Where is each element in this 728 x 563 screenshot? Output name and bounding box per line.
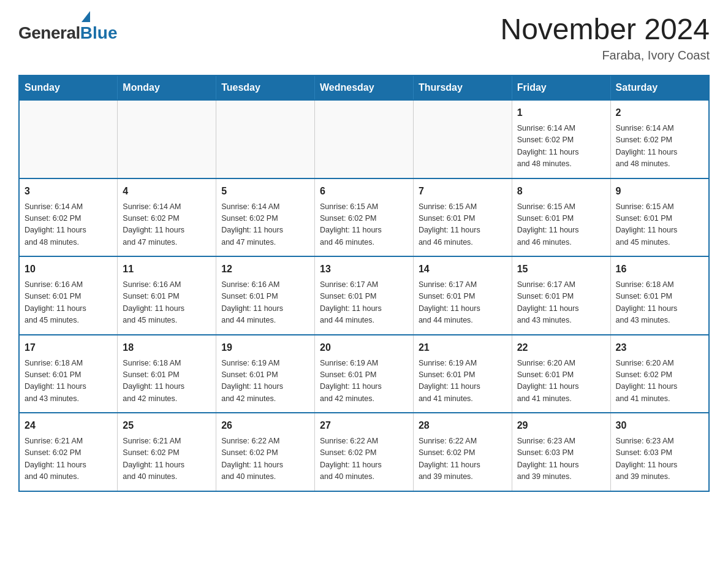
day-info: Sunrise: 6:15 AMSunset: 6:01 PMDaylight:… — [517, 201, 605, 249]
calendar-cell — [118, 100, 216, 178]
day-info: Sunrise: 6:15 AMSunset: 6:01 PMDaylight:… — [616, 201, 703, 249]
calendar-cell — [19, 100, 118, 178]
day-number: 9 — [616, 184, 703, 199]
logo-triangle-icon — [82, 11, 90, 22]
calendar-cell — [315, 100, 414, 178]
day-info: Sunrise: 6:15 AMSunset: 6:02 PMDaylight:… — [320, 201, 408, 249]
calendar-cell: 10Sunrise: 6:16 AMSunset: 6:01 PMDayligh… — [19, 256, 118, 335]
calendar-cell: 7Sunrise: 6:15 AMSunset: 6:01 PMDaylight… — [413, 178, 512, 257]
day-info: Sunrise: 6:15 AMSunset: 6:01 PMDaylight:… — [419, 201, 507, 249]
calendar-cell: 14Sunrise: 6:17 AMSunset: 6:01 PMDayligh… — [413, 256, 512, 335]
calendar-row: 24Sunrise: 6:21 AMSunset: 6:02 PMDayligh… — [19, 413, 709, 491]
title-section: November 2024 Faraba, Ivory Coast — [500, 12, 710, 63]
day-info: Sunrise: 6:17 AMSunset: 6:01 PMDaylight:… — [320, 279, 408, 327]
day-info: Sunrise: 6:16 AMSunset: 6:01 PMDaylight:… — [123, 279, 211, 327]
calendar-cell: 24Sunrise: 6:21 AMSunset: 6:02 PMDayligh… — [19, 413, 118, 491]
day-number: 11 — [123, 262, 211, 277]
calendar-cell: 2Sunrise: 6:14 AMSunset: 6:02 PMDaylight… — [610, 100, 709, 178]
header-thursday: Thursday — [413, 75, 512, 100]
day-number: 17 — [25, 340, 112, 355]
calendar-cell: 4Sunrise: 6:14 AMSunset: 6:02 PMDaylight… — [118, 178, 216, 257]
day-number: 4 — [123, 184, 211, 199]
calendar-cell: 13Sunrise: 6:17 AMSunset: 6:01 PMDayligh… — [315, 256, 414, 335]
logo: General Blue — [18, 12, 117, 43]
calendar-cell: 26Sunrise: 6:22 AMSunset: 6:02 PMDayligh… — [216, 413, 315, 491]
day-info: Sunrise: 6:20 AMSunset: 6:02 PMDaylight:… — [616, 358, 703, 405]
calendar-cell: 21Sunrise: 6:19 AMSunset: 6:01 PMDayligh… — [413, 335, 512, 413]
day-info: Sunrise: 6:22 AMSunset: 6:02 PMDaylight:… — [320, 435, 408, 483]
day-number: 15 — [517, 262, 605, 277]
calendar-cell: 29Sunrise: 6:23 AMSunset: 6:03 PMDayligh… — [512, 413, 610, 491]
calendar-cell: 27Sunrise: 6:22 AMSunset: 6:02 PMDayligh… — [315, 413, 414, 491]
header-friday: Friday — [512, 75, 610, 100]
location-label: Faraba, Ivory Coast — [500, 48, 710, 63]
calendar-row: 17Sunrise: 6:18 AMSunset: 6:01 PMDayligh… — [19, 335, 709, 413]
calendar-cell: 15Sunrise: 6:17 AMSunset: 6:01 PMDayligh… — [512, 256, 610, 335]
day-number: 6 — [320, 184, 408, 199]
calendar-cell: 9Sunrise: 6:15 AMSunset: 6:01 PMDaylight… — [610, 178, 709, 257]
calendar-cell: 20Sunrise: 6:19 AMSunset: 6:01 PMDayligh… — [315, 335, 414, 413]
day-info: Sunrise: 6:19 AMSunset: 6:01 PMDaylight:… — [221, 358, 309, 405]
day-info: Sunrise: 6:18 AMSunset: 6:01 PMDaylight:… — [25, 358, 112, 405]
day-number: 16 — [616, 262, 703, 277]
calendar-cell: 1Sunrise: 6:14 AMSunset: 6:02 PMDaylight… — [512, 100, 610, 178]
calendar-header: Sunday Monday Tuesday Wednesday Thursday… — [19, 75, 709, 100]
day-number: 5 — [221, 184, 309, 199]
day-number: 30 — [616, 418, 703, 433]
calendar-body: 1Sunrise: 6:14 AMSunset: 6:02 PMDaylight… — [19, 100, 709, 491]
calendar-cell: 18Sunrise: 6:18 AMSunset: 6:01 PMDayligh… — [118, 335, 216, 413]
day-info: Sunrise: 6:20 AMSunset: 6:01 PMDaylight:… — [517, 358, 605, 405]
day-number: 10 — [25, 262, 112, 277]
day-info: Sunrise: 6:14 AMSunset: 6:02 PMDaylight:… — [616, 123, 703, 170]
day-number: 29 — [517, 418, 605, 433]
day-info: Sunrise: 6:21 AMSunset: 6:02 PMDaylight:… — [123, 435, 211, 483]
header-saturday: Saturday — [610, 75, 709, 100]
calendar-table: Sunday Monday Tuesday Wednesday Thursday… — [18, 75, 710, 492]
calendar-row: 1Sunrise: 6:14 AMSunset: 6:02 PMDaylight… — [19, 100, 709, 178]
day-number: 12 — [221, 262, 309, 277]
day-number: 21 — [419, 340, 507, 355]
header-wednesday: Wednesday — [315, 75, 414, 100]
month-title: November 2024 — [500, 12, 710, 46]
day-info: Sunrise: 6:23 AMSunset: 6:03 PMDaylight:… — [616, 435, 703, 483]
calendar-cell: 3Sunrise: 6:14 AMSunset: 6:02 PMDaylight… — [19, 178, 118, 257]
day-number: 2 — [616, 105, 703, 120]
calendar-cell: 30Sunrise: 6:23 AMSunset: 6:03 PMDayligh… — [610, 413, 709, 491]
day-number: 23 — [616, 340, 703, 355]
calendar-row: 10Sunrise: 6:16 AMSunset: 6:01 PMDayligh… — [19, 256, 709, 335]
calendar-row: 3Sunrise: 6:14 AMSunset: 6:02 PMDaylight… — [19, 178, 709, 257]
day-number: 3 — [25, 184, 112, 199]
calendar-cell: 12Sunrise: 6:16 AMSunset: 6:01 PMDayligh… — [216, 256, 315, 335]
day-info: Sunrise: 6:18 AMSunset: 6:01 PMDaylight:… — [616, 279, 703, 327]
day-number: 26 — [221, 418, 309, 433]
day-info: Sunrise: 6:17 AMSunset: 6:01 PMDaylight:… — [517, 279, 605, 327]
header-monday: Monday — [118, 75, 216, 100]
day-number: 13 — [320, 262, 408, 277]
day-info: Sunrise: 6:16 AMSunset: 6:01 PMDaylight:… — [25, 279, 112, 327]
day-info: Sunrise: 6:14 AMSunset: 6:02 PMDaylight:… — [123, 201, 211, 249]
day-number: 22 — [517, 340, 605, 355]
day-number: 20 — [320, 340, 408, 355]
calendar-cell — [413, 100, 512, 178]
header-row: Sunday Monday Tuesday Wednesday Thursday… — [19, 75, 709, 100]
day-number: 27 — [320, 418, 408, 433]
day-info: Sunrise: 6:17 AMSunset: 6:01 PMDaylight:… — [419, 279, 507, 327]
calendar-cell: 25Sunrise: 6:21 AMSunset: 6:02 PMDayligh… — [118, 413, 216, 491]
logo-general-text: General — [18, 23, 80, 43]
day-info: Sunrise: 6:19 AMSunset: 6:01 PMDaylight:… — [419, 358, 507, 405]
logo-blue-section: Blue — [80, 12, 118, 43]
calendar-cell: 28Sunrise: 6:22 AMSunset: 6:02 PMDayligh… — [413, 413, 512, 491]
day-info: Sunrise: 6:22 AMSunset: 6:02 PMDaylight:… — [221, 435, 309, 483]
page-header: General Blue November 2024 Faraba, Ivory… — [18, 12, 710, 63]
day-info: Sunrise: 6:14 AMSunset: 6:02 PMDaylight:… — [517, 123, 605, 170]
day-number: 7 — [419, 184, 507, 199]
calendar-cell: 6Sunrise: 6:15 AMSunset: 6:02 PMDaylight… — [315, 178, 414, 257]
calendar-cell: 16Sunrise: 6:18 AMSunset: 6:01 PMDayligh… — [610, 256, 709, 335]
day-number: 8 — [517, 184, 605, 199]
logo-blue-text: Blue — [80, 23, 118, 43]
day-number: 19 — [221, 340, 309, 355]
day-info: Sunrise: 6:14 AMSunset: 6:02 PMDaylight:… — [25, 201, 112, 249]
day-number: 24 — [25, 418, 112, 433]
day-number: 28 — [419, 418, 507, 433]
day-info: Sunrise: 6:14 AMSunset: 6:02 PMDaylight:… — [221, 201, 309, 249]
